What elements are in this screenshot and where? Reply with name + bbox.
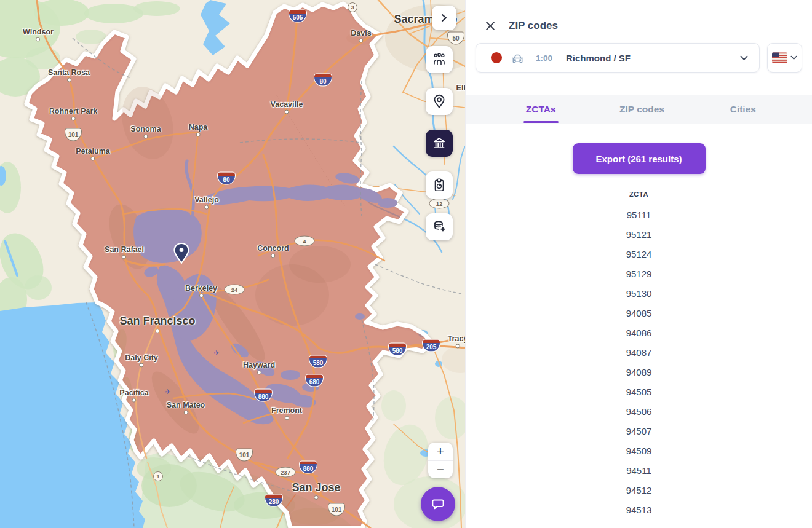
- pin-icon: [172, 242, 191, 266]
- country-selector[interactable]: [767, 43, 802, 73]
- airport-icon: ✈: [165, 388, 170, 396]
- zcta-value: 94512: [466, 480, 812, 500]
- zcta-value: 94505: [466, 382, 812, 401]
- zoom-out-button[interactable]: −: [428, 461, 453, 479]
- highway-shield: 1: [153, 471, 163, 481]
- zipcodes-tool-button[interactable]: [426, 130, 453, 157]
- zcta-value: 94085: [466, 303, 812, 323]
- search-name-value: Richmond / SF: [566, 53, 731, 63]
- chat-button[interactable]: [421, 487, 455, 521]
- close-panel-button[interactable]: [485, 21, 495, 31]
- tab[interactable]: ZCTAs: [490, 95, 591, 124]
- chevron-down-icon: [740, 55, 748, 61]
- zcta-list: 95111 95121 95124 95129 95130 94085 9408…: [466, 205, 812, 519]
- location-pin-icon: [431, 93, 447, 109]
- map-base-layers: [0, 0, 465, 528]
- zoom-control: + −: [428, 443, 453, 478]
- chevron-down-icon: [790, 55, 797, 60]
- zcta-value: 95111: [466, 205, 812, 224]
- tab[interactable]: ZIP codes: [591, 95, 692, 124]
- close-icon: [485, 21, 495, 31]
- zcta-value: 95129: [466, 264, 812, 283]
- zoom-in-button[interactable]: +: [428, 443, 453, 461]
- population-tool-button[interactable]: [426, 46, 453, 73]
- zcta-value: 94509: [466, 441, 812, 460]
- search-row: 1:00 Richmond / SF: [466, 32, 812, 73]
- zcta-value: 94513: [466, 500, 812, 519]
- highway-shield: 3: [348, 2, 357, 12]
- data-add-tool-button[interactable]: [426, 213, 453, 240]
- zcta-value: 94086: [466, 323, 812, 342]
- chevron-right-icon: [440, 14, 448, 22]
- expand-panel-button[interactable]: [432, 6, 456, 30]
- app-window: Windsor Santa Rosa Rohnert Park Petaluma: [0, 0, 812, 528]
- car-icon: [511, 52, 525, 64]
- zcta-value: 94089: [466, 362, 812, 382]
- highway-shield: 237: [276, 467, 296, 478]
- travel-time-value: 1:00: [536, 53, 552, 63]
- column-header: ZCTA: [466, 191, 812, 198]
- panel-title: ZIP codes: [509, 20, 558, 32]
- bank-icon: [431, 135, 447, 151]
- chat-bubble-icon: [430, 496, 446, 512]
- zcta-value: 94507: [466, 421, 812, 441]
- us-flag-icon: [772, 52, 787, 63]
- zcta-value: 94506: [466, 401, 812, 421]
- airport-icon: ✈: [213, 349, 219, 357]
- map-tools: [426, 46, 453, 240]
- map-canvas[interactable]: Windsor Santa Rosa Rohnert Park Petaluma: [0, 0, 465, 528]
- zcta-value: 94511: [466, 460, 812, 480]
- search-color-dot: [491, 52, 502, 63]
- tab[interactable]: Cities: [693, 95, 794, 124]
- origin-pin-marker[interactable]: [172, 242, 191, 268]
- highway-shield: 4: [295, 236, 315, 246]
- report-tool-button[interactable]: [426, 171, 453, 199]
- export-button[interactable]: Export (261 results): [573, 143, 706, 174]
- clipboard-chart-icon: [431, 177, 447, 193]
- highway-shield: 24: [225, 285, 245, 295]
- tab-bar: ZCTAs ZIP codes Cities: [466, 95, 812, 124]
- panel-header: ZIP codes: [466, 0, 812, 32]
- zcta-value: 95121: [466, 224, 812, 244]
- results-panel: ZIP codes 1:00 Richmond / SF: [465, 0, 812, 528]
- people-group-icon: [431, 52, 447, 67]
- zcta-value: 95130: [466, 283, 812, 303]
- location-tool-button[interactable]: [426, 88, 453, 115]
- zcta-value: 95124: [466, 244, 812, 264]
- database-add-icon: [431, 219, 447, 235]
- search-selector[interactable]: 1:00 Richmond / SF: [476, 43, 760, 73]
- zcta-value: 94087: [466, 342, 812, 362]
